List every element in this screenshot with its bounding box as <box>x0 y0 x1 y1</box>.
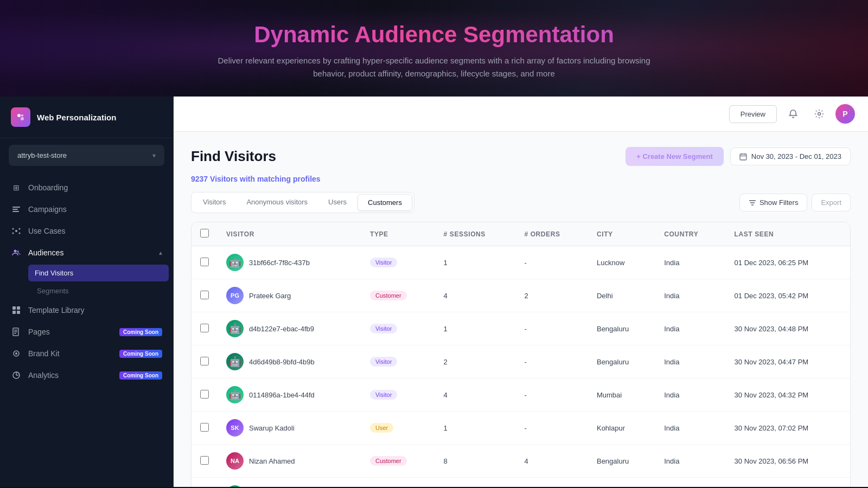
svg-point-2 <box>21 114 23 117</box>
audiences-icon <box>11 247 22 258</box>
brand-name: Web Personalization <box>37 113 116 122</box>
svg-rect-4 <box>12 209 18 210</box>
table-row: NANizan AhamedCustomer84BengaluruIndia30… <box>192 445 850 478</box>
last-seen-cell: 30 Nov 2023, 04:48 PM <box>726 312 850 345</box>
export-button[interactable]: Export <box>812 194 851 211</box>
sidebar-item-pages[interactable]: Pages Coming Soon <box>0 321 173 343</box>
svg-point-9 <box>12 233 14 234</box>
city-cell: Bengaluru <box>588 312 655 345</box>
filter-icon <box>749 199 756 207</box>
sessions-cell: 2 <box>435 345 516 378</box>
sidebar-item-segments[interactable]: Segments <box>28 282 173 299</box>
notifications-button[interactable] <box>783 104 803 124</box>
visitor-avatar: 🤖 <box>226 353 244 370</box>
visitor-cell: 🤖0114896a-1be4-44fd <box>226 386 353 403</box>
visitor-cell: 🤖d4b122e7-ebac-4fb9 <box>226 320 353 337</box>
row-checkbox[interactable] <box>200 324 209 332</box>
sidebar-item-campaigns[interactable]: Campaigns <box>0 198 173 220</box>
country-cell: India <box>655 246 725 279</box>
svg-rect-18 <box>14 330 17 331</box>
visitor-cell: SKSwarup Kadoli <box>226 419 353 436</box>
date-range-picker[interactable]: Nov 30, 2023 - Dec 01, 2023 <box>730 147 851 165</box>
sidebar-item-onboarding[interactable]: ⊞ Onboarding <box>0 177 173 198</box>
sidebar: Web Personalization attryb-test-store ▾ … <box>0 97 174 487</box>
sessions-cell: 8 <box>435 445 516 478</box>
orders-cell: - <box>515 246 588 279</box>
orders-cell: - <box>515 345 588 378</box>
visitor-name: Swarup Kadoli <box>249 424 295 432</box>
type-badge: Visitor <box>370 258 397 267</box>
preview-button[interactable]: Preview <box>729 105 777 123</box>
nav-label-brand-kit: Brand Kit <box>28 349 113 358</box>
brand-kit-coming-soon-badge: Coming Soon <box>119 350 162 358</box>
row-checkbox[interactable] <box>200 291 209 299</box>
settings-button[interactable] <box>809 104 829 124</box>
type-badge: Customer <box>370 291 407 300</box>
use-cases-icon <box>11 226 22 236</box>
city-cell: Bengaluru <box>588 345 655 378</box>
orders-cell: - <box>515 378 588 412</box>
sidebar-item-brand-kit[interactable]: Brand Kit Coming Soon <box>0 343 173 364</box>
last-seen-cell: 01 Dec 2023, 06:25 PM <box>726 246 850 279</box>
visitor-avatar: 🤖 <box>226 386 244 403</box>
sidebar-item-audiences[interactable]: Audiences ▴ <box>0 242 173 264</box>
row-checkbox[interactable] <box>200 357 209 365</box>
visitor-cell: PGPrateek Garg <box>226 287 353 304</box>
col-header-last-seen: Last Seen <box>726 222 850 246</box>
visitor-avatar: 🤖 <box>226 254 244 271</box>
audiences-sub-nav: Find Visitors Segments <box>0 265 173 299</box>
svg-rect-13 <box>12 306 16 310</box>
template-library-icon <box>11 305 22 316</box>
svg-point-6 <box>15 230 17 232</box>
tab-visitors[interactable]: Visitors <box>193 194 235 211</box>
row-checkbox[interactable] <box>200 456 209 465</box>
country-cell: India <box>655 412 725 445</box>
orders-cell: - <box>515 312 588 345</box>
nav-label-pages: Pages <box>28 328 113 336</box>
svg-rect-27 <box>740 154 746 160</box>
last-seen-cell: 01 Dec 2023, 05:42 PM <box>726 279 850 312</box>
row-checkbox[interactable] <box>200 423 209 432</box>
table-row: 🤖31bf66cf-7f8c-437bVisitor1-LucknowIndia… <box>192 246 850 279</box>
create-segment-button[interactable]: + Create New Segment <box>626 147 724 166</box>
expand-icon: ▴ <box>159 249 162 256</box>
table-row: 🤖4d6d49b8-9bfd-4b9bVisitor2-BengaluruInd… <box>192 345 850 378</box>
store-selector[interactable]: attryb-test-store ▾ <box>9 145 164 166</box>
visitor-name: 0114896a-1be4-44fd <box>249 391 315 399</box>
last-seen-cell: 30 Nov 2023, 06:34 PM <box>726 478 850 487</box>
table-header-row: Visitor Type # Sessions # Orders City Co… <box>192 222 850 246</box>
header-actions: + Create New Segment Nov 30, 2023 - Dec … <box>626 147 851 166</box>
store-name: attryb-test-store <box>17 151 67 159</box>
orders-cell: 4 <box>515 445 588 478</box>
sidebar-item-find-visitors[interactable]: Find Visitors <box>28 265 169 281</box>
row-checkbox[interactable] <box>200 258 209 266</box>
tab-anonymous-visitors[interactable]: Anonymous visitors <box>237 194 317 211</box>
segments-label: Segments <box>37 287 69 295</box>
visitor-name: Prateek Garg <box>249 292 291 300</box>
campaigns-icon <box>11 204 22 215</box>
sidebar-item-use-cases[interactable]: Use Cases <box>0 220 173 242</box>
type-badge: Visitor <box>370 357 397 367</box>
sidebar-item-analytics[interactable]: Analytics Coming Soon <box>0 364 173 386</box>
show-filters-button[interactable]: Show Filters <box>739 194 808 211</box>
sidebar-item-template-library[interactable]: Template Library <box>0 299 173 321</box>
select-all-checkbox[interactable] <box>200 229 209 237</box>
tab-users[interactable]: Users <box>318 194 356 211</box>
brand-icon <box>11 107 30 127</box>
top-bar: Preview P <box>174 97 868 132</box>
calendar-icon <box>739 153 747 160</box>
page-content: Find Visitors + Create New Segment Nov 3… <box>174 132 868 487</box>
user-avatar-button[interactable]: P <box>835 104 855 124</box>
table-row: SKSwarup KadoliUser1-KohlapurIndia30 Nov… <box>192 412 850 445</box>
row-checkbox[interactable] <box>200 390 209 399</box>
table-row: 🤖6f1eb115-5237-4983Visitor5-KolkataIndia… <box>192 478 850 487</box>
svg-point-7 <box>12 228 14 230</box>
tab-customers[interactable]: Customers <box>358 194 412 211</box>
type-badge: User <box>370 423 393 433</box>
nav-label-campaigns: Campaigns <box>28 205 162 214</box>
visitor-avatar: NA <box>226 452 244 470</box>
svg-point-0 <box>17 114 21 117</box>
sessions-cell: 1 <box>435 312 516 345</box>
country-cell: India <box>655 345 725 378</box>
nav-label-audiences: Audiences <box>28 248 152 257</box>
